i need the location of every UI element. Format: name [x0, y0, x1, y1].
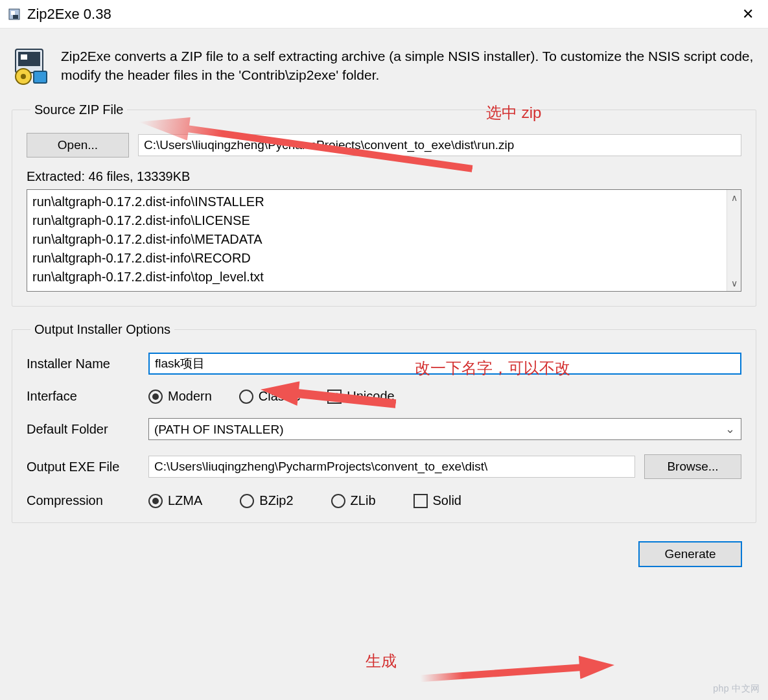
annotation-generate: 生成	[366, 651, 397, 671]
file-list-scrollbar[interactable]: ∧ ∨	[727, 190, 741, 291]
intro-icon	[12, 47, 51, 86]
extracted-summary: Extracted: 46 files, 13339KB	[27, 169, 741, 184]
watermark: php 中文网	[713, 683, 760, 695]
compression-radio-bzip2[interactable]: BZip2	[240, 493, 293, 508]
radio-icon	[331, 494, 345, 508]
output-options-fieldset: Output Installer Options Installer Name …	[12, 322, 756, 523]
checkbox-icon	[413, 494, 428, 508]
scroll-up-icon[interactable]: ∧	[731, 192, 738, 203]
list-item: run\altgraph-0.17.2.dist-info\RECORD	[32, 249, 721, 268]
interface-radio-classic[interactable]: Classic	[239, 389, 300, 404]
list-item: run\altgraph-0.17.2.dist-info\top_level.…	[32, 268, 721, 286]
output-options-legend: Output Installer Options	[30, 322, 174, 337]
default-folder-select[interactable]: (PATH OF INSTALLER)	[148, 418, 741, 440]
compression-radio-lzma[interactable]: LZMA	[148, 493, 202, 508]
browse-button[interactable]: Browse...	[644, 454, 741, 479]
svg-rect-5	[21, 54, 27, 60]
window-title: Zip2Exe 0.38	[27, 6, 736, 23]
radio-icon	[148, 390, 163, 404]
arrow-icon	[419, 653, 615, 690]
unicode-checkbox[interactable]: ✓ Unicode	[327, 389, 394, 404]
checkbox-icon: ✓	[327, 390, 342, 404]
radio-icon	[239, 390, 253, 404]
compression-label: Compression	[27, 493, 148, 508]
installer-name-label: Installer Name	[27, 356, 148, 371]
output-exe-field[interactable]	[148, 456, 635, 478]
svg-rect-8	[34, 71, 47, 83]
intro-section: Zip2Exe converts a ZIP file to a self ex…	[12, 41, 756, 86]
scroll-down-icon[interactable]: ∨	[731, 278, 738, 288]
open-zip-button[interactable]: Open...	[27, 133, 129, 158]
interface-label: Interface	[27, 389, 148, 404]
radio-icon	[148, 494, 163, 508]
list-item: run\altgraph-0.17.2.dist-info\METADATA	[32, 230, 721, 249]
compression-radio-zlib[interactable]: ZLib	[331, 493, 376, 508]
generate-button[interactable]: Generate	[638, 541, 742, 567]
list-item: run\altgraph-0.17.2.dist-info\LICENSE	[32, 211, 721, 230]
installer-name-field[interactable]	[148, 353, 741, 375]
title-bar: Zip2Exe 0.38 ✕	[0, 0, 768, 29]
svg-rect-1	[11, 11, 15, 15]
output-exe-label: Output EXE File	[27, 460, 148, 474]
svg-point-7	[21, 74, 26, 79]
source-zip-fieldset: Source ZIP File Open... Extracted: 46 fi…	[12, 102, 756, 307]
close-icon[interactable]: ✕	[736, 6, 760, 23]
source-zip-legend: Source ZIP File	[30, 102, 127, 117]
intro-text: Zip2Exe converts a ZIP file to a self ex…	[61, 47, 756, 85]
zip-path-field[interactable]	[138, 134, 741, 156]
default-folder-label: Default Folder	[27, 422, 148, 437]
solid-checkbox[interactable]: Solid	[413, 493, 461, 508]
interface-radio-modern[interactable]: Modern	[148, 389, 212, 404]
svg-rect-2	[13, 15, 18, 19]
list-item: run\altgraph-0.17.2.dist-info\INSTALLER	[32, 192, 721, 211]
extracted-file-list[interactable]: run\altgraph-0.17.2.dist-info\INSTALLER …	[27, 189, 741, 292]
app-icon	[8, 8, 21, 21]
radio-icon	[240, 494, 254, 508]
